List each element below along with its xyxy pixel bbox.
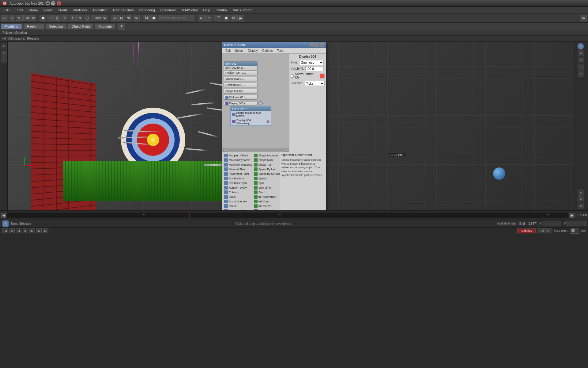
menu-item-rendering[interactable]: Rendering [137,8,157,13]
menu-item-views[interactable]: Views [41,8,55,13]
toolbar-select-obj[interactable]: 🔲 [40,15,46,21]
op-spin-limit[interactable]: Spin Limit* [253,186,280,190]
op-material-frequency[interactable]: Material Frequency [224,163,253,167]
playback-start[interactable]: |◀ [2,228,8,233]
toolbar-rect-select[interactable]: □ [47,15,54,21]
pv-close[interactable]: × [320,43,324,47]
time-tag-area[interactable]: Add Time Tag [496,222,517,225]
pv-node-collision[interactable]: Collision 001 (... [224,95,258,100]
toolbar-move[interactable]: ✛ [69,15,76,21]
menu-item-vue[interactable]: Vue xStream [231,8,255,13]
close-button[interactable]: × [57,1,61,6]
timeline-prev-frame[interactable]: ◀ [1,213,6,218]
toolbar-material[interactable]: M [143,15,150,21]
particle-graph[interactable]: Birth 002 Birth 002 (0-3... Position Ico… [222,54,289,152]
pv-event-shape-instance[interactable]: Shape Instance 002 (Arrow) [231,111,271,118]
op-rotation[interactable]: Rotation [224,190,253,194]
set-key-btn[interactable]: Set Key [537,228,552,233]
op-speed-by-icon[interactable]: Speed By Icon [253,167,280,171]
menu-item-create[interactable]: Create [55,8,70,13]
toolbar-paint[interactable]: ⊕ [62,15,68,21]
pv-node-display-003[interactable]: Display 003 (... [224,101,258,106]
y-input[interactable] [567,221,586,226]
right-panel-btn-bottom2[interactable]: ⊟ [578,196,584,202]
menu-item-edit[interactable]: Edit [1,8,12,13]
pv-node-rotation[interactable]: Rotation 002 (... [224,83,258,87]
pv-event-display-004[interactable]: Display 004 (Geometry) [231,118,271,125]
right-panel-top-icons[interactable]: ⊕ [577,43,584,50]
playback-play[interactable]: ▶ [23,228,28,233]
op-mp-buoyancy[interactable]: mP Buoyancy* [253,195,280,199]
toolbar-undo[interactable]: ↩ [1,15,8,21]
op-stop[interactable]: Stop* [253,190,280,194]
tab-selection[interactable]: Selection [46,24,66,29]
pv-minimize[interactable]: _ [310,43,314,47]
op-mp-drag[interactable]: mP Drag* [253,199,280,204]
menu-item-modifiers[interactable]: Modifiers [71,8,89,13]
menu-item-customize[interactable]: Customize [158,8,179,13]
right-panel-btn-4[interactable]: ↺ [578,64,584,70]
pv-node-speed[interactable]: Speed 002 (A... [224,77,258,81]
op-shape-facing[interactable]: Shape Facing [224,209,253,210]
toolbar-layer[interactable]: ☰ [215,15,222,21]
playback-next-key[interactable]: |▶ [36,228,42,233]
toolbar-render-frame[interactable]: ▶ [237,15,244,21]
id-color-swatch[interactable] [320,74,325,79]
toolbar-scale[interactable]: ⬡ [84,15,90,21]
selected-select[interactable]: Ticks [305,81,325,86]
op-random-walk[interactable]: Random Walk* [224,186,253,190]
tab-settings[interactable]: ▼ [118,23,125,30]
toolbar-mirror[interactable]: ⇔ [198,15,205,21]
op-mp-shape[interactable]: mP Shape* [253,209,280,210]
op-shape-instance[interactable]: Shape Instance [253,153,280,158]
particle-view-window[interactable]: Particle View _ □ × Edit Select Display … [222,42,326,210]
menu-item-help[interactable]: Help [201,8,213,13]
pv-node-birth[interactable]: Birth 002 Birth 002 (0-3... [224,61,258,70]
tab-object-paint[interactable]: Object Paint [68,24,93,29]
right-panel-btn-bottom3[interactable]: ⊞ [578,203,584,209]
pv-maximize[interactable]: □ [315,43,319,47]
menu-item-animation[interactable]: Animation [90,8,110,13]
op-placement-paint[interactable]: Placement Paint [224,172,253,176]
pv-scroll-thumb[interactable] [227,149,285,151]
op-position-object[interactable]: Position Object [224,181,253,185]
playback-end[interactable]: ▶| [43,228,48,233]
pv-menu-options[interactable]: Options [260,49,274,53]
viewport[interactable]: // Generate brick rows inline [8,42,573,210]
reference-coord-dropdown[interactable]: Local [91,15,107,21]
toolbar-render[interactable]: 🔲 [150,15,157,21]
right-panel-btn-2[interactable]: ⊞ [578,50,584,56]
menu-item-omatrix[interactable]: Omatrix [213,8,230,13]
left-panel-btn-2[interactable]: ⊗ [1,50,7,56]
pv-scroll-left[interactable]: ◀ [223,149,226,152]
pv-menu-display[interactable]: Display [246,49,260,53]
tab-freeform[interactable]: Freeform [24,24,44,29]
pv-menu-tools[interactable]: Tools [275,49,286,53]
op-script-operator[interactable]: Script Operator [224,199,253,204]
op-position-icon[interactable]: Position Icon [224,176,253,181]
toolbar-scene[interactable]: 🔲 [223,15,229,21]
menu-item-maxscript[interactable]: MAXScript [179,8,200,13]
toolbar-select[interactable]: ↖ [16,15,23,21]
op-shape-test[interactable]: Shape Test [253,163,280,167]
pv-node-position[interactable]: Position Icon 0... [224,71,258,75]
op-speed-by-surface[interactable]: Speed By Surface [253,172,280,176]
op-spin[interactable]: Spin [253,181,280,185]
right-panel-btn-3[interactable]: ⊟ [578,57,584,63]
playback-prev-key[interactable]: ◀| [9,228,15,233]
visible-input[interactable] [305,66,324,71]
pv-menu-select[interactable]: Select [233,49,245,53]
auto-key-btn[interactable]: Auto Key [517,228,536,233]
tab-modeling[interactable]: Modeling [1,24,22,29]
toolbar-percent-snap[interactable]: % [126,15,132,21]
playback-next[interactable]: ▶ [29,228,35,233]
pv-scroll-right[interactable]: ▶ [285,149,288,152]
pv-connection-node[interactable] [258,101,263,105]
toolbar-snap[interactable]: ⊞ [111,15,118,21]
op-material-dynamic[interactable]: Material Dynamic [224,158,253,162]
op-speed[interactable]: Speed* [253,176,280,181]
toolbar-extra[interactable]: ⊕ [580,15,587,21]
op-shape-mark[interactable]: Shape Mark [253,158,280,162]
op-scale[interactable]: Scale [224,195,253,199]
tab-populate[interactable]: Populate [95,24,115,29]
